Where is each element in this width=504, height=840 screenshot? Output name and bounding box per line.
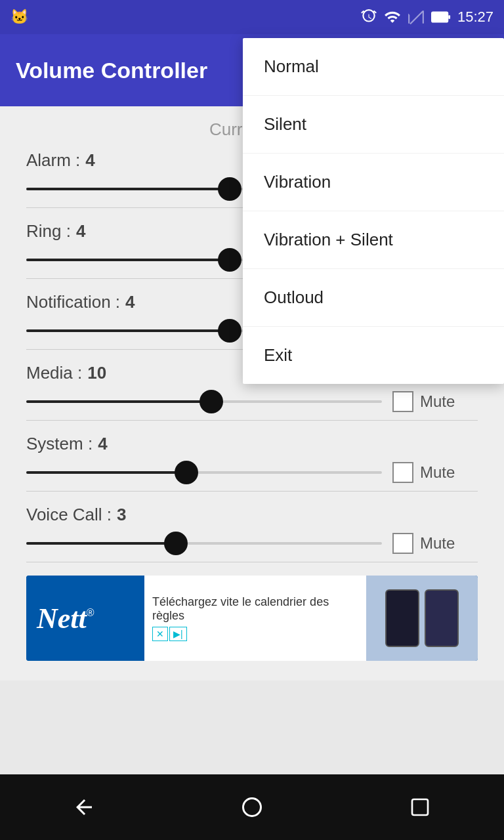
dropdown-menu: Normal Silent Vibration Vibration + Sile…	[243, 38, 504, 384]
system-divider	[26, 491, 478, 492]
dropdown-item-normal[interactable]: Normal	[243, 38, 504, 96]
voicecall-mute-checkbox[interactable]	[392, 533, 413, 554]
notification-label: Notification :	[26, 292, 120, 312]
voicecall-track	[26, 542, 382, 545]
nav-home-button[interactable]	[232, 788, 272, 827]
media-label: Media :	[26, 363, 82, 383]
ring-thumb[interactable]	[218, 248, 242, 272]
media-divider	[26, 420, 478, 421]
status-time: 15:27	[457, 9, 494, 26]
ad-brand: Nett	[37, 602, 87, 635]
ad-text: Téléchargez vite le calendrier des règle…	[152, 595, 358, 623]
media-mute-label: Mute	[420, 392, 455, 411]
bottom-nav	[0, 774, 504, 840]
nav-recent-button[interactable]	[400, 788, 440, 827]
alarm-icon	[360, 9, 377, 26]
ring-label: Ring :	[26, 221, 71, 242]
system-fill	[26, 471, 186, 474]
media-value: 10	[87, 363, 106, 383]
voicecall-section: Voice Call : 3 Mute	[26, 505, 478, 562]
ring-value: 4	[76, 221, 85, 242]
system-mute-label: Mute	[420, 463, 455, 482]
app-status-icon: 🐱	[10, 9, 28, 26]
dropdown-item-silent[interactable]: Silent	[243, 96, 504, 154]
notification-fill	[26, 329, 230, 332]
system-label: System :	[26, 434, 93, 454]
nav-back-button[interactable]	[64, 788, 104, 827]
system-mute-checkbox[interactable]	[392, 462, 413, 483]
ring-fill	[26, 259, 230, 261]
alarm-value: 4	[85, 150, 94, 171]
svg-point-2	[243, 799, 261, 816]
svg-rect-1	[448, 15, 450, 19]
alarm-fill	[26, 188, 230, 190]
ad-controls: ✕ ▶|	[152, 627, 358, 641]
media-track	[26, 400, 382, 403]
system-value: 4	[98, 434, 107, 454]
svg-rect-3	[412, 799, 428, 815]
signal-icon	[408, 9, 425, 26]
dropdown-item-vibration-silent[interactable]: Vibration + Silent	[243, 211, 504, 269]
voicecall-mute-area: Mute	[392, 533, 478, 554]
dropdown-item-vibration[interactable]: Vibration	[243, 154, 504, 211]
voicecall-slider[interactable]	[26, 530, 382, 556]
battery-icon	[431, 9, 451, 26]
voicecall-header: Voice Call : 3	[26, 505, 478, 525]
system-slider-row: Mute	[26, 459, 478, 486]
wifi-icon	[384, 9, 401, 26]
voicecall-thumb[interactable]	[164, 532, 188, 555]
notification-value: 4	[125, 292, 135, 312]
voicecall-label: Voice Call :	[26, 505, 112, 525]
system-header: System : 4	[26, 434, 478, 454]
media-slider-row: Mute	[26, 388, 478, 415]
alarm-thumb[interactable]	[218, 177, 242, 201]
ad-close-icon[interactable]: ✕	[152, 627, 168, 641]
dropdown-item-outloud[interactable]: Outloud	[243, 269, 504, 327]
system-thumb[interactable]	[175, 461, 198, 484]
status-bar-right: 15:27	[360, 9, 494, 26]
voicecall-value: 3	[117, 505, 126, 525]
media-slider[interactable]	[26, 388, 382, 415]
dropdown-item-exit[interactable]: Exit	[243, 327, 504, 384]
notification-thumb[interactable]	[218, 319, 242, 343]
ad-phone-2	[425, 589, 459, 647]
ad-banner[interactable]: Nett ® Téléchargez vite le calendrier de…	[26, 576, 478, 661]
media-mute-area: Mute	[392, 391, 478, 412]
ad-image-area	[366, 576, 478, 661]
system-track	[26, 471, 382, 474]
status-bar-left: 🐱	[10, 9, 31, 26]
svg-rect-0	[432, 12, 448, 22]
system-section: System : 4 Mute	[26, 434, 478, 492]
status-bar: 🐱 15:27	[0, 0, 504, 34]
media-mute-checkbox[interactable]	[392, 391, 413, 412]
voicecall-slider-row: Mute	[26, 530, 478, 556]
ad-phone-1	[385, 589, 419, 647]
alarm-label: Alarm :	[26, 150, 80, 171]
voicecall-mute-label: Mute	[420, 534, 455, 553]
media-thumb[interactable]	[200, 390, 223, 413]
ad-play-icon[interactable]: ▶|	[169, 627, 187, 641]
system-mute-area: Mute	[392, 462, 478, 483]
app-title: Volume Controller	[16, 58, 207, 83]
system-slider[interactable]	[26, 459, 382, 486]
media-fill	[26, 400, 211, 403]
voicecall-fill	[26, 542, 176, 545]
voicecall-divider	[26, 562, 478, 562]
